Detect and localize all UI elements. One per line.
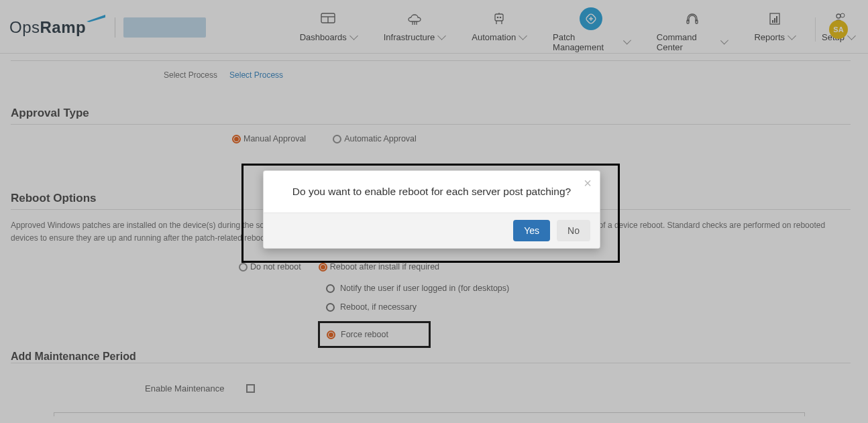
modal-yes-button[interactable]: Yes (513, 220, 550, 241)
modal-message: Do you want to enable reboot for each se… (264, 171, 600, 213)
modal-no-button[interactable]: No (557, 220, 590, 241)
modal-footer: Yes No (264, 213, 600, 248)
modal-close-button[interactable]: × (584, 176, 592, 190)
confirm-modal: × Do you want to enable reboot for each … (263, 170, 600, 249)
